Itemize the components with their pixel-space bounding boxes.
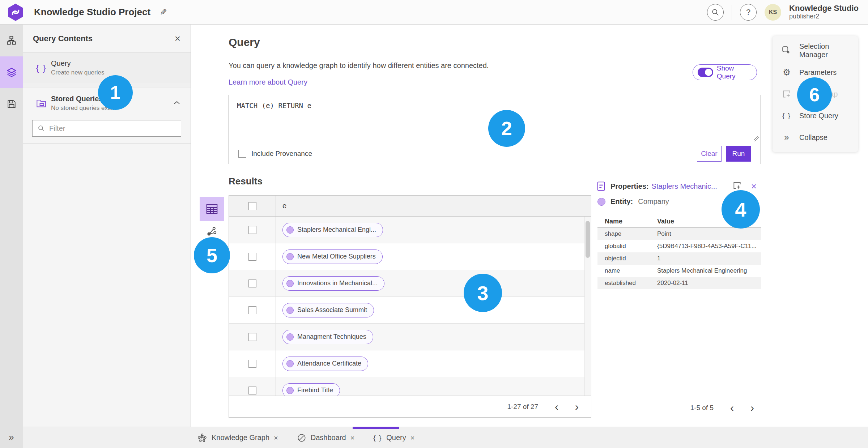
- query-description: You can query a knowledge graph to ident…: [229, 61, 489, 70]
- add-to-map-icon: [782, 89, 791, 99]
- entity-label: Entity:: [610, 197, 633, 206]
- tab-query[interactable]: { } Query ×: [373, 432, 414, 443]
- entity-dot-icon: [286, 387, 294, 394]
- prev-page-button[interactable]: ‹: [730, 402, 734, 413]
- include-provenance-checkbox[interactable]: [238, 150, 246, 158]
- entity-pill[interactable]: Attendance Certificate: [282, 357, 368, 371]
- property-row: objectid 1: [597, 252, 761, 265]
- show-query-toggle[interactable]: Show Query: [693, 64, 757, 80]
- dashboard-gauge-icon: [297, 433, 306, 443]
- query-code-input[interactable]: MATCH (e) RETURN e: [237, 102, 311, 110]
- learn-more-link[interactable]: Learn more about Query: [229, 78, 307, 86]
- rail-item-save[interactable]: [0, 88, 23, 120]
- results-table-body: Staplers Mechanical Engi... New Metal Of…: [229, 217, 584, 396]
- properties-page-range: 1-5 of 5: [690, 404, 714, 412]
- rail-item-contents[interactable]: [0, 56, 23, 88]
- table-row[interactable]: Managment Techniques: [229, 324, 584, 350]
- braces-icon: { }: [36, 63, 47, 73]
- rail-item-schema[interactable]: [0, 25, 23, 56]
- entity-pill[interactable]: Staplers Mechanical Engi...: [282, 223, 383, 237]
- page-title: Query: [229, 36, 260, 48]
- row-checkbox[interactable]: [248, 306, 256, 314]
- link-chart-view-button[interactable]: [203, 224, 221, 239]
- prop-col-name: Name: [597, 218, 657, 225]
- table-row[interactable]: Firebird Title: [229, 377, 584, 396]
- next-page-button[interactable]: ›: [750, 402, 754, 413]
- help-button[interactable]: ?: [740, 4, 757, 21]
- table-row[interactable]: Sales Associate Summit: [229, 297, 584, 324]
- entity-pill[interactable]: New Metal Office Suppliers: [282, 249, 383, 264]
- close-tab-icon[interactable]: ×: [274, 434, 278, 441]
- properties-pagination: 1-5 of 5 ‹ ›: [667, 401, 754, 415]
- close-panel-icon[interactable]: ×: [175, 34, 180, 44]
- tab-dashboard[interactable]: Dashboard ×: [297, 432, 355, 443]
- entity-dot-icon: [286, 307, 294, 314]
- close-properties-icon[interactable]: ×: [751, 182, 757, 191]
- knowledge-studio-logo-icon: [7, 3, 25, 21]
- entity-dot-icon: [286, 360, 294, 367]
- collapse-section-button[interactable]: [173, 100, 180, 106]
- query-item-subtitle: Create new queries: [51, 69, 104, 76]
- run-button[interactable]: Run: [726, 146, 751, 162]
- layers-icon: [6, 67, 17, 78]
- entity-dot-icon: [597, 198, 605, 206]
- close-tab-icon[interactable]: ×: [350, 434, 355, 441]
- resize-handle[interactable]: [754, 136, 759, 141]
- column-header-e: e: [276, 202, 286, 210]
- menu-item-collapse[interactable]: » Collapse: [773, 127, 858, 148]
- row-checkbox[interactable]: [248, 253, 256, 261]
- search-button[interactable]: [707, 4, 724, 21]
- selection-manager-icon: [782, 46, 791, 55]
- user-info[interactable]: Knowledge Studio publisher2: [789, 4, 859, 20]
- clear-button[interactable]: Clear: [697, 146, 722, 162]
- knowledge-graph-icon: [197, 433, 207, 443]
- table-row[interactable]: New Metal Office Suppliers: [229, 243, 584, 270]
- chevron-up-icon: [173, 101, 180, 105]
- user-avatar[interactable]: KS: [765, 4, 781, 21]
- next-page-button[interactable]: ›: [575, 401, 579, 412]
- prev-page-button[interactable]: ‹: [555, 401, 558, 412]
- entity-dot-icon: [286, 280, 294, 287]
- entity-dot-icon: [286, 333, 294, 341]
- entity-pill[interactable]: Innovations in Mechanical...: [282, 276, 384, 291]
- edit-title-icon[interactable]: ✎: [160, 7, 167, 17]
- filter-input[interactable]: [49, 124, 176, 133]
- select-all-checkbox[interactable]: [248, 202, 256, 210]
- table-view-button[interactable]: [200, 197, 224, 221]
- property-row: globalid {5D9B4713-F98D-4A53-A59F-C11...: [597, 240, 761, 252]
- table-row[interactable]: Staplers Mechanical Engi...: [229, 217, 584, 243]
- row-checkbox[interactable]: [248, 280, 256, 287]
- entity-pill[interactable]: Managment Techniques: [282, 330, 373, 344]
- gear-icon: ⚙: [781, 67, 792, 77]
- close-tab-icon[interactable]: ×: [410, 434, 415, 441]
- properties-icon: [597, 181, 605, 191]
- entity-type-value: Company: [638, 197, 669, 206]
- callout-4: 4: [722, 190, 760, 229]
- property-row: name Staplers Mechanical Engineering: [597, 265, 761, 277]
- scrollbar-thumb[interactable]: [586, 221, 590, 258]
- table-row[interactable]: Innovations in Mechanical...: [229, 270, 584, 297]
- row-checkbox[interactable]: [248, 333, 256, 341]
- panel-title: Query Contents: [33, 34, 93, 43]
- table-row[interactable]: Attendance Certificate: [229, 350, 584, 377]
- row-checkbox[interactable]: [248, 226, 256, 234]
- properties-entity-link[interactable]: Staplers Mechanic...: [652, 182, 717, 191]
- show-query-label: Show Query: [717, 64, 752, 80]
- results-table: e Staplers Mechanical Engi... New Metal …: [229, 195, 591, 418]
- expand-rail-button[interactable]: »: [0, 432, 23, 443]
- table-icon: [205, 203, 218, 215]
- filter-field[interactable]: [32, 120, 181, 137]
- entity-pill[interactable]: Firebird Title: [282, 383, 340, 396]
- schema-icon: [7, 35, 17, 46]
- user-role: publisher2: [789, 13, 859, 20]
- menu-item-selection-manager[interactable]: Selection Manager: [773, 40, 858, 61]
- search-icon: [711, 8, 719, 16]
- row-checkbox[interactable]: [248, 360, 256, 368]
- tab-knowledge-graph[interactable]: Knowledge Graph ×: [197, 432, 278, 443]
- row-checkbox[interactable]: [248, 387, 256, 394]
- callout-5: 5: [194, 237, 230, 273]
- bottom-tab-bar: [23, 427, 868, 448]
- entity-pill[interactable]: Sales Associate Summit: [282, 303, 374, 317]
- results-title: Results: [229, 176, 263, 187]
- table-scrollbar[interactable]: [584, 217, 591, 396]
